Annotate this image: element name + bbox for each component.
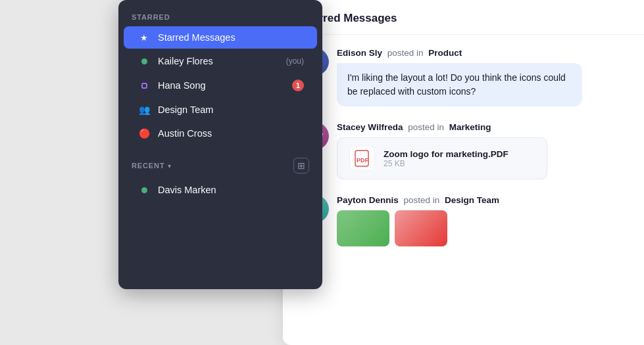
sidebar-item-label: Hana Song — [158, 80, 292, 91]
chat-header: Starred Messages — [283, 0, 644, 35]
sender-name: Stacey Wilfreda — [337, 122, 403, 132]
message-meta-1: Edison Sly posted in Product — [337, 48, 626, 58]
file-name: Zoom logo for marketing.PDF — [384, 149, 508, 159]
file-info: Zoom logo for marketing.PDF 25 KB — [384, 149, 508, 168]
message-group-2: SW Stacey Wilfreda posted in Marketing — [301, 122, 626, 179]
image-red — [395, 210, 447, 246]
svg-text:PDF: PDF — [357, 157, 369, 164]
online-indicator-icon — [137, 58, 151, 64]
you-label: (you) — [286, 57, 304, 66]
chevron-down-icon[interactable]: ▾ — [168, 162, 171, 170]
file-attachment[interactable]: PDF Zoom logo for marketing.PDF 25 KB — [337, 137, 547, 179]
recent-label-row: RECENT ▾ — [132, 162, 171, 170]
message-meta-3: Payton Dennis posted in Design Team — [337, 195, 626, 205]
posted-in-label: posted in — [405, 122, 446, 132]
recent-section-label: RECENT — [132, 162, 165, 170]
payton-images — [337, 210, 626, 246]
video-icon: 🔴 — [137, 128, 151, 139]
star-icon: ★ — [137, 33, 151, 43]
pdf-icon-svg: PDF — [355, 150, 369, 167]
recent-section: RECENT ▾ ⊞ Davis Marken — [118, 158, 322, 201]
starred-section-label: STARRED — [118, 13, 322, 21]
group-icon: 👥 — [137, 104, 151, 115]
posted-in-label: posted in — [401, 195, 442, 205]
sidebar-item-davis-marken[interactable]: Davis Marken — [124, 179, 317, 201]
unread-badge: 1 — [292, 80, 304, 91]
file-size: 25 KB — [384, 159, 508, 168]
sidebar-item-label: Kailey Flores — [158, 56, 284, 66]
message-row-1: ES Edison Sly posted in Product I'm liki… — [301, 48, 626, 106]
pdf-file-icon: PDF — [349, 146, 374, 171]
sidebar: STARRED ★ Starred Messages Kailey Flores… — [118, 0, 322, 289]
recent-header: RECENT ▾ ⊞ — [118, 158, 322, 173]
image-green — [337, 210, 389, 246]
status-icon — [137, 83, 151, 89]
add-channel-button[interactable]: ⊞ — [293, 158, 309, 173]
sender-name: Edison Sly — [337, 48, 382, 58]
sidebar-item-design-team[interactable]: 👥 Design Team — [124, 99, 317, 121]
channel-name: Marketing — [449, 122, 491, 132]
message-row-3: PD Payton Dennis posted in Design Team — [301, 195, 626, 246]
message-content-1: Edison Sly posted in Product I'm liking … — [337, 48, 626, 106]
message-content-3: Payton Dennis posted in Design Team — [337, 195, 626, 246]
message-group-1: ES Edison Sly posted in Product I'm liki… — [301, 48, 626, 106]
sidebar-item-label: Austin Cross — [158, 128, 304, 139]
channel-name: Design Team — [445, 195, 499, 205]
sidebar-item-label: Starred Messages — [158, 32, 304, 43]
channel-name: Product — [428, 48, 462, 58]
sidebar-item-label: Design Team — [158, 104, 304, 115]
message-bubble-1: I'm liking the layout a lot! Do you thin… — [337, 63, 582, 106]
chat-panel: Starred Messages ES Edison Sly posted in… — [283, 0, 644, 345]
chat-body[interactable]: ES Edison Sly posted in Product I'm liki… — [283, 35, 644, 340]
message-meta-2: Stacey Wilfreda posted in Marketing — [337, 122, 626, 132]
sidebar-item-label: Davis Marken — [158, 185, 304, 195]
sidebar-item-kailey-flores[interactable]: Kailey Flores (you) — [124, 50, 317, 72]
online-dot-icon — [137, 187, 151, 193]
message-row-2: SW Stacey Wilfreda posted in Marketing — [301, 122, 626, 179]
message-group-3: PD Payton Dennis posted in Design Team — [301, 195, 626, 246]
plus-icon: ⊞ — [297, 160, 305, 171]
sidebar-item-austin-cross[interactable]: 🔴 Austin Cross — [124, 122, 317, 145]
sidebar-item-hana-song[interactable]: Hana Song 1 — [124, 74, 317, 97]
scene: STARRED ★ Starred Messages Kailey Flores… — [0, 0, 644, 345]
posted-in-label: posted in — [385, 48, 426, 58]
sender-name: Payton Dennis — [337, 195, 399, 205]
sidebar-item-starred-messages[interactable]: ★ Starred Messages — [124, 26, 317, 49]
message-content-2: Stacey Wilfreda posted in Marketing PDF — [337, 122, 626, 179]
